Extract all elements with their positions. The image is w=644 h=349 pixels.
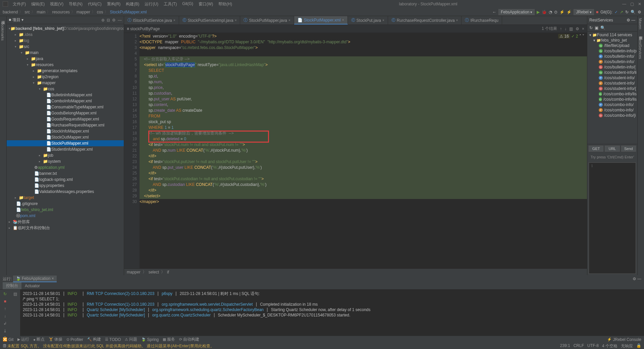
tree-scratches[interactable]: ▸📋 临时文件和控制台 [7, 225, 124, 231]
code-viewport[interactable]: 1234567891011121314151617181920212223242… [124, 33, 587, 268]
tree-file[interactable]: 📄 StudentInfoMapper.xml [7, 146, 124, 152]
rest-endpoint[interactable]: G/cos/combo-info/lis [588, 97, 637, 102]
jrebel-dropdown[interactable]: JRebel ▾ [574, 9, 594, 15]
tree-file[interactable]: 📄 .gitignore [7, 201, 124, 207]
tree-file[interactable]: 📄 ComboInfoMapper.xml [7, 98, 124, 104]
menu-edit[interactable]: 编辑(E) [29, 1, 47, 8]
menu-code[interactable]: 代码(C) [86, 1, 104, 8]
autobuild-tool[interactable]: ⟳ 自动构建 [179, 337, 199, 342]
rest-endpoint[interactable]: G/cos/combo-info/lis [588, 91, 637, 97]
tree-dir[interactable]: ▾📁 main [7, 50, 124, 56]
url-button[interactable]: URL [605, 146, 620, 152]
indent[interactable]: 4 个空格 [602, 343, 618, 349]
todo-tool[interactable]: ☰ TODO [105, 337, 121, 342]
rest-root[interactable]: ▾ 📁 Found 114 services [588, 32, 637, 38]
gym-tool[interactable]: 🏋 体操 [49, 337, 62, 342]
menu-build[interactable]: 构建(B) [124, 1, 141, 8]
tree-dir[interactable]: ▾📁 mapper [7, 80, 124, 86]
tree-file[interactable]: ⚙ application.yml [7, 164, 124, 170]
maven-tool-tab[interactable]: Maven [638, 16, 643, 31]
tree-file[interactable]: 📄 spy.properties [7, 183, 124, 189]
cursor-position[interactable]: 239:1 [560, 343, 570, 349]
close-find-icon[interactable]: × [582, 27, 584, 31]
structure-icon[interactable]: ≡ [127, 27, 129, 31]
actuator-tab[interactable]: Actuator [21, 283, 43, 289]
next-icon[interactable]: ↓ [565, 27, 567, 31]
hide-icon[interactable]: — [118, 18, 122, 22]
tree-file-selected[interactable]: 📄 StockPutMapper.xml [7, 140, 124, 146]
tree-root[interactable]: ▾📁 backend [febs_shiro_jwt] D:\code\java… [7, 26, 124, 32]
tree-file[interactable]: 📄 febs_shiro_jwt.iml [7, 207, 124, 213]
refresh-icon[interactable]: ↻ [589, 26, 593, 30]
tab[interactable]: ⒾIRurchaseRequ [462, 16, 502, 24]
menu-refactor[interactable]: 重构(R) [105, 1, 123, 8]
method-button[interactable]: GET [589, 146, 603, 152]
tree-dir[interactable]: ▸📁 .idea [7, 32, 124, 38]
jrebel-run-icon[interactable]: ⚡ [559, 10, 565, 14]
git-tool[interactable]: 🔀 Git [3, 337, 13, 342]
pin-icon[interactable]: ▥ [569, 27, 573, 31]
rest-output[interactable]: 1 [589, 162, 636, 274]
crumb-file[interactable]: StockPutMapper.xml [110, 10, 147, 14]
rest-tree[interactable]: ▾ 📁 Found 114 services ▾ 📁 febs_shiro_jw… [587, 32, 637, 144]
prev-icon[interactable]: ↑ [560, 27, 562, 31]
tab[interactable]: ⒸStockPutServiceImpl.java× [179, 16, 240, 24]
console-tab[interactable]: 控制台 [3, 282, 21, 289]
tree-file[interactable]: 📄 ConsumableTypeMapper.xml [7, 104, 124, 110]
rest-endpoint[interactable]: D/cos/bulletin-info/{ [588, 64, 637, 70]
rest-endpoint[interactable]: G/cos/bulletin-info/p [588, 48, 637, 54]
tree-dir[interactable]: ▸📁 java [7, 56, 124, 62]
menu-tools[interactable]: 工具(T) [162, 1, 179, 8]
gear-icon[interactable]: ⚙ — [627, 18, 635, 22]
bookmarks-tool-tab[interactable]: Bookmarks [0, 20, 5, 43]
crumb[interactable]: main [37, 10, 45, 14]
collapse-icon[interactable]: ⊟ [107, 18, 110, 22]
jrebel-debug-icon[interactable]: ⚡ [567, 10, 572, 14]
gear-icon[interactable]: ⚙ [112, 18, 116, 22]
profiler-tool[interactable]: ⊙ Profiler [66, 337, 83, 342]
stop-icon[interactable]: ■ [2, 298, 8, 304]
menu-file[interactable]: 文件(F) [11, 1, 28, 8]
minimize-icon[interactable]: — [622, 2, 626, 6]
run-icon[interactable]: ▶ [537, 10, 540, 14]
rest-endpoint[interactable]: G/cos/student-info/li [588, 70, 637, 75]
back-icon[interactable]: ← [492, 10, 496, 14]
rest-endpoint[interactable]: P/cos/student-info/ [588, 81, 637, 86]
project-tool-tab[interactable]: 项目 [0, 16, 6, 20]
select-opened-icon[interactable]: ⊕ [101, 18, 105, 22]
rest-endpoint[interactable]: G/file/fileUpload [588, 43, 637, 48]
rest-endpoint[interactable]: P/cos/combo-info/ [588, 107, 637, 113]
debug-icon[interactable]: 🐞 [542, 10, 547, 14]
rest-endpoint[interactable]: D/cos/student-info/{ [588, 86, 637, 91]
crumb[interactable]: resources [52, 10, 70, 14]
rest-project[interactable]: ▾ 📁 febs_shiro_jwt [588, 38, 637, 43]
rerun-icon[interactable]: ↻ [2, 291, 8, 297]
spring-tool[interactable]: 🍃 Spring [141, 337, 159, 342]
tree-dir[interactable]: ▸📁 target [7, 195, 124, 201]
scroll-icon[interactable]: ⤓ [2, 328, 8, 334]
run-config-tab[interactable]: 🍃 FebsApplication × [13, 276, 57, 282]
wrap-icon[interactable]: ↲ [2, 320, 8, 327]
tree-file[interactable]: 📄 BulletinInfoMapper.xml [7, 92, 124, 98]
rest-endpoint[interactable]: P/cos/combo-info/ [588, 102, 637, 107]
crumb[interactable]: if [167, 270, 169, 275]
tree-file[interactable]: 📄 GoodsBelongMapper.xml [7, 110, 124, 116]
breakpoints-tool[interactable]: ● 断点 [33, 337, 45, 342]
tree-file[interactable]: 📄 RurchaseRequestMapper.xml [7, 122, 124, 128]
filter-icon[interactable]: ▣ [595, 26, 598, 30]
search-icon[interactable]: 🔍 [600, 26, 605, 30]
search-icon[interactable]: 🔍 [631, 10, 636, 14]
tree-file[interactable]: 📄 logback-spring.xml [7, 177, 124, 183]
crumb[interactable]: select [149, 270, 159, 275]
rest-endpoint[interactable]: P/cos/student-info/ [588, 75, 637, 81]
problems-tool[interactable]: ⚠ 问题 [125, 337, 137, 342]
tree-dir[interactable]: ▸📁 generator.templates [7, 68, 124, 74]
tree-dir[interactable]: ▾📁 src [7, 44, 124, 50]
build-tool[interactable]: 🔨 构建 [87, 337, 101, 342]
menu-window[interactable]: 窗口(W) [197, 1, 215, 8]
settings-icon[interactable]: ⚙ [638, 10, 641, 14]
current-method[interactable]: stockPutByPage [130, 27, 160, 31]
code-text[interactable]: <?xml version="1.0" encoding="UTF-8"?> <… [140, 33, 587, 268]
tree-file[interactable]: 📄 StockOutMapper.xml [7, 134, 124, 140]
profile-icon[interactable]: ⊙ [554, 10, 557, 14]
